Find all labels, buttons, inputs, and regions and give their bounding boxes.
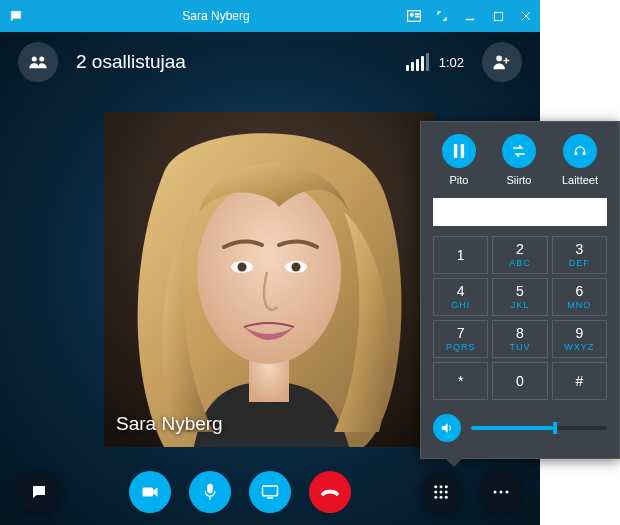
svg-rect-4 — [466, 19, 474, 20]
window-title: Sara Nyberg — [32, 9, 400, 23]
transfer-label: Siirto — [506, 174, 531, 186]
dialpad-key-num: 1 — [457, 248, 465, 262]
svg-point-8 — [496, 56, 502, 62]
devices-button[interactable]: Laitteet — [562, 134, 598, 186]
dialpad-key-#[interactable]: # — [552, 362, 607, 400]
svg-point-24 — [440, 485, 443, 488]
minimize-button[interactable] — [456, 0, 484, 32]
svg-point-23 — [434, 485, 437, 488]
dialpad-key-5[interactable]: 5JKL — [492, 278, 547, 316]
devices-label: Laitteet — [562, 174, 598, 186]
volume-button[interactable] — [433, 414, 461, 442]
dialpad-key-num: 9 — [575, 326, 583, 340]
dialpad-key-letters: ABC — [509, 258, 531, 268]
dialpad-toggle-button[interactable] — [420, 471, 462, 513]
dialpad-key-num: 4 — [457, 284, 465, 298]
dialpad-key-letters: DEF — [569, 258, 590, 268]
dialpad-grid: 12ABC3DEF4GHI5JKL6MNO7PQRS8TUV9WXYZ*0# — [421, 236, 619, 400]
svg-point-7 — [39, 56, 44, 61]
dialpad-key-num: 2 — [516, 242, 524, 256]
dialpad-key-8[interactable]: 8TUV — [492, 320, 547, 358]
dialpad-key-3[interactable]: 3DEF — [552, 236, 607, 274]
add-participant-button[interactable] — [482, 42, 522, 82]
chat-button[interactable] — [18, 471, 60, 513]
video-toggle-button[interactable] — [129, 471, 171, 513]
transfer-icon — [502, 134, 536, 168]
svg-rect-2 — [415, 14, 419, 15]
svg-rect-21 — [263, 486, 278, 496]
svg-rect-3 — [415, 16, 419, 17]
svg-point-6 — [32, 56, 37, 61]
fullscreen-icon[interactable] — [428, 0, 456, 32]
dialpad-input[interactable] — [433, 198, 607, 226]
svg-point-32 — [494, 491, 497, 494]
dialpad-key-num: 0 — [516, 374, 524, 388]
call-controls — [0, 471, 540, 513]
svg-point-30 — [440, 496, 443, 499]
mute-toggle-button[interactable] — [189, 471, 231, 513]
dialpad-key-letters: JKL — [511, 300, 530, 310]
svg-point-34 — [506, 491, 509, 494]
transfer-button[interactable]: Siirto — [502, 134, 536, 186]
dialpad-key-9[interactable]: 9WXYZ — [552, 320, 607, 358]
svg-rect-35 — [454, 144, 457, 158]
dialpad-key-1[interactable]: 1 — [433, 236, 488, 274]
chat-bubble-icon — [0, 9, 32, 23]
hold-label: Pito — [450, 174, 469, 186]
dialpad-key-num: # — [575, 374, 583, 388]
dialpad-key-0[interactable]: 0 — [492, 362, 547, 400]
signal-strength-icon — [406, 53, 429, 71]
participants-count-label: 2 osallistujaa — [76, 51, 186, 73]
svg-point-15 — [292, 263, 301, 272]
participants-button[interactable] — [18, 42, 58, 82]
share-screen-button[interactable] — [249, 471, 291, 513]
dialpad-key-num: 8 — [516, 326, 524, 340]
dialpad-key-num: * — [458, 374, 463, 388]
dialpad-key-*[interactable]: * — [433, 362, 488, 400]
volume-slider[interactable] — [471, 426, 607, 430]
dialpad-panel: Pito Siirto Laitteet 12ABC3DEF4GHI5JKL6M… — [420, 121, 620, 459]
video-feed: Sara Nyberg — [104, 112, 434, 447]
window-titlebar: Sara Nyberg — [0, 0, 540, 32]
hold-button[interactable]: Pito — [442, 134, 476, 186]
call-duration: 1:02 — [439, 55, 464, 70]
dialpad-key-num: 3 — [575, 242, 583, 256]
svg-point-26 — [434, 491, 437, 494]
hangup-button[interactable] — [309, 471, 351, 513]
svg-rect-19 — [207, 484, 213, 494]
svg-rect-16 — [35, 489, 43, 490]
dialpad-key-7[interactable]: 7PQRS — [433, 320, 488, 358]
contact-card-icon[interactable] — [400, 0, 428, 32]
svg-point-25 — [445, 485, 448, 488]
dialpad-key-num: 6 — [575, 284, 583, 298]
dialpad-key-letters: GHI — [451, 300, 470, 310]
svg-rect-36 — [461, 144, 464, 158]
close-button[interactable] — [512, 0, 540, 32]
dialpad-key-num: 7 — [457, 326, 465, 340]
svg-point-31 — [445, 496, 448, 499]
headset-icon — [563, 134, 597, 168]
dialpad-key-letters: WXYZ — [564, 342, 594, 352]
dialpad-key-letters: PQRS — [446, 342, 476, 352]
dialpad-key-num: 5 — [516, 284, 524, 298]
dialpad-key-2[interactable]: 2ABC — [492, 236, 547, 274]
caller-name-overlay: Sara Nyberg — [116, 413, 223, 435]
svg-point-14 — [238, 263, 247, 272]
pause-icon — [442, 134, 476, 168]
svg-rect-20 — [209, 496, 210, 499]
svg-rect-22 — [267, 497, 273, 499]
dialpad-key-6[interactable]: 6MNO — [552, 278, 607, 316]
more-options-button[interactable] — [480, 471, 522, 513]
svg-rect-5 — [494, 12, 502, 20]
svg-point-28 — [445, 491, 448, 494]
maximize-button[interactable] — [484, 0, 512, 32]
dialpad-key-4[interactable]: 4GHI — [433, 278, 488, 316]
call-topbar: 2 osallistujaa 1:02 — [0, 32, 540, 92]
svg-rect-18 — [143, 488, 154, 497]
svg-point-1 — [410, 13, 414, 17]
dialpad-key-letters: TUV — [509, 342, 530, 352]
dialpad-key-letters: MNO — [567, 300, 591, 310]
svg-point-33 — [500, 491, 503, 494]
svg-rect-17 — [35, 491, 40, 492]
svg-point-27 — [440, 491, 443, 494]
